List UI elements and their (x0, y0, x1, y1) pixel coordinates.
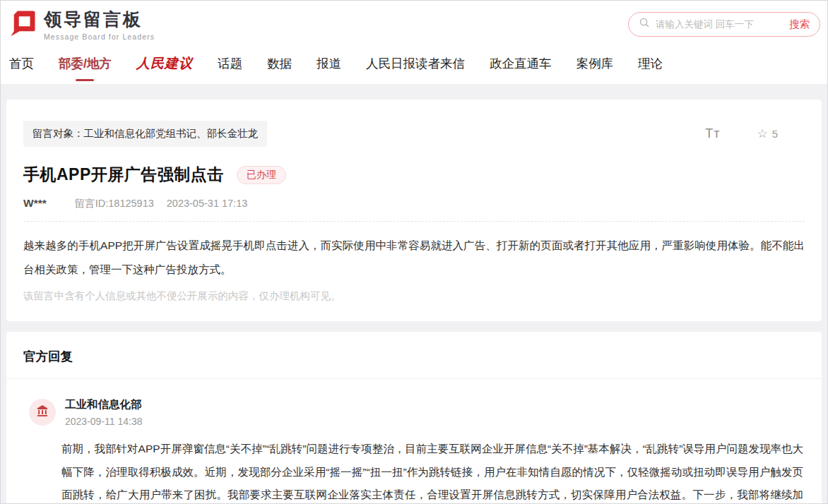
nav-item-reports[interactable]: 报道 (317, 55, 341, 72)
message-card: 留言对象：工业和信息化部党组书记、部长金壮龙 Tᴛ ☆ 5 手机APP开屏广告强… (6, 100, 822, 321)
nav-item-case-library[interactable]: 案例库 (576, 55, 613, 72)
nav-item-theory[interactable]: 理论 (638, 55, 663, 72)
star-icon: ☆ (757, 126, 767, 141)
message-body: 越来越多的手机APP把开屏广告设置成摇晃手机即点击进入，而实际使用中非常容易就进… (23, 234, 805, 282)
search-input[interactable] (656, 19, 782, 30)
official-reply-card: 官方回复 工业和信息化部 2023-09-11 14:38 前期， (6, 332, 822, 504)
site-logo[interactable]: 领导留言板 Message Board for Leaders (8, 8, 155, 41)
favorite-count: 5 (772, 128, 778, 140)
message-title: 手机APP开屏广告强制点击 (23, 164, 224, 186)
main-nav: 首页 部委/地方 人民建议 话题 数据 报道 人民日报读者来信 政企直通车 案例… (1, 47, 827, 84)
search-box[interactable]: 搜索 (628, 12, 820, 37)
nav-item-gov-biz-express[interactable]: 政企直通车 (490, 55, 552, 72)
logo-title: 领导留言板 (44, 8, 155, 31)
logo-speech-bubble-icon (8, 8, 37, 40)
status-badge: 已办理 (237, 166, 286, 184)
nav-item-data[interactable]: 数据 (267, 55, 292, 72)
reply-agency-name: 工业和信息化部 (65, 397, 143, 412)
nav-item-home[interactable]: 首页 (9, 55, 34, 72)
government-building-icon (35, 404, 49, 421)
reply-section-heading: 官方回复 (6, 332, 822, 379)
nav-item-peoples-suggestions[interactable]: 人民建议 (136, 54, 193, 73)
font-size-toggle-icon[interactable]: Tᴛ (705, 126, 720, 141)
logo-text: 领导留言板 Message Board for Leaders (44, 8, 155, 41)
favorite-button[interactable]: ☆ 5 (757, 126, 778, 141)
search-icon (639, 17, 650, 31)
privacy-note: 该留言中含有个人信息或其他不便公开展示的内容，仅办理机构可见。 (23, 289, 805, 303)
message-id: 留言ID:18125913 (75, 197, 154, 210)
reply-item: 工业和信息化部 2023-09-11 14:38 前期，我部针对APP开屏弹窗信… (6, 379, 822, 504)
reply-body: 前期，我部针对APP开屏弹窗信息“关不掉”“乱跳转”问题进行专项整治，目前主要互… (61, 438, 803, 504)
nav-item-topics[interactable]: 话题 (218, 55, 242, 72)
reply-timestamp: 2023-09-11 14:38 (65, 416, 143, 427)
divider (23, 221, 805, 222)
avatar (29, 399, 56, 426)
search-button[interactable]: 搜索 (782, 18, 810, 31)
message-target-tag: 留言对象：工业和信息化部党组书记、部长金壮龙 (23, 121, 267, 147)
logo-subtitle: Message Board for Leaders (44, 32, 155, 41)
message-timestamp: 2023-05-31 17:13 (167, 198, 248, 209)
site-header: 领导留言板 Message Board for Leaders 搜索 (1, 1, 827, 47)
nav-item-ministries-regions[interactable]: 部委/地方 (59, 55, 112, 72)
nav-item-reader-letters[interactable]: 人民日报读者来信 (366, 55, 465, 72)
message-author: W*** (23, 197, 47, 210)
